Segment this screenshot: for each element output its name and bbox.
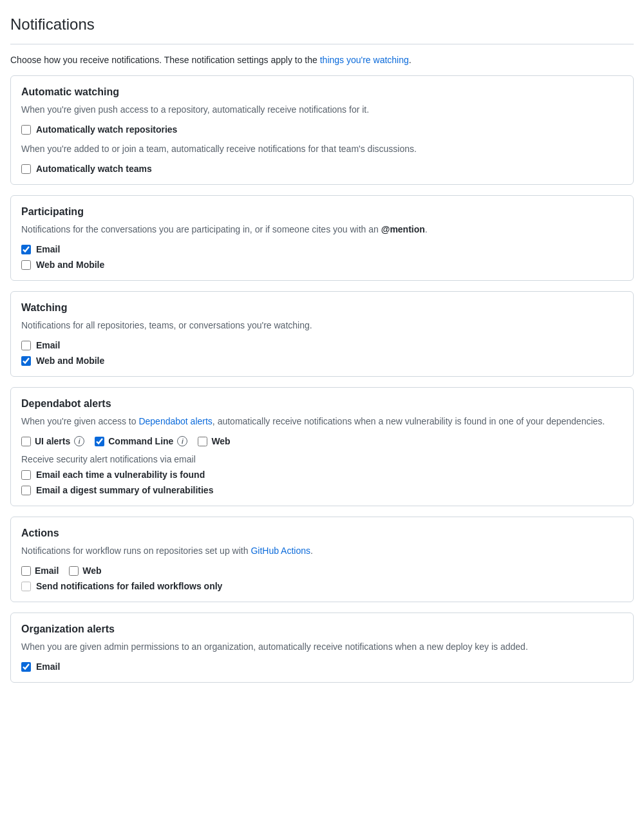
actions-section: Actions Notifications for workflow runs …: [10, 517, 634, 602]
ui-alerts-checkbox[interactable]: [21, 437, 31, 446]
watching-web-mobile-label[interactable]: Web and Mobile: [36, 356, 104, 366]
command-line-checkbox[interactable]: [95, 437, 104, 446]
participating-web-mobile-checkbox[interactable]: [21, 260, 31, 270]
watching-desc: Notifications for all repositories, team…: [21, 319, 623, 332]
email-security-desc: Receive security alert notifications via…: [21, 454, 623, 464]
watching-email-checkbox[interactable]: [21, 341, 31, 350]
participating-email-checkbox[interactable]: [21, 245, 31, 254]
email-digest-label[interactable]: Email a digest summary of vulnerabilitie…: [36, 485, 213, 495]
dependabot-web-checkbox[interactable]: [198, 437, 207, 446]
participating-web-mobile-row: Web and Mobile: [21, 260, 623, 270]
dependabot-alerts-section: Dependabot alerts When you're given acce…: [10, 387, 634, 506]
actions-options-row: Email Web: [21, 565, 623, 576]
actions-web-item: Web: [69, 565, 101, 576]
actions-email-label[interactable]: Email: [35, 565, 59, 576]
failed-workflows-label[interactable]: Send notifications for failed workflows …: [36, 581, 222, 591]
actions-desc: Notifications for workflow runs on repos…: [21, 544, 623, 558]
ui-alerts-info-icon[interactable]: i: [74, 436, 84, 446]
automatic-watching-teams-desc: When you're added to or join a team, aut…: [21, 142, 623, 156]
email-vulnerability-row: Email each time a vulnerability is found: [21, 470, 623, 480]
participating-email-label[interactable]: Email: [36, 244, 60, 254]
page-title: Notifications: [10, 15, 634, 33]
email-digest-checkbox[interactable]: [21, 486, 31, 495]
dependabot-web-label[interactable]: Web: [211, 436, 230, 446]
ui-alerts-label[interactable]: UI alerts: [35, 436, 70, 446]
web-item: Web: [198, 436, 230, 446]
dependabot-alerts-link[interactable]: Dependabot alerts: [138, 416, 212, 426]
watching-web-mobile-checkbox[interactable]: [21, 356, 31, 366]
watching-section: Watching Notifications for all repositor…: [10, 291, 634, 377]
watching-link[interactable]: things you're watching: [320, 55, 409, 65]
participating-section: Participating Notifications for the conv…: [10, 195, 634, 281]
actions-web-checkbox[interactable]: [69, 566, 79, 576]
participating-web-mobile-label[interactable]: Web and Mobile: [36, 260, 104, 270]
ui-alerts-item: UI alerts i: [21, 436, 84, 446]
page-description: Choose how you receive notifications. Th…: [10, 55, 634, 65]
actions-email-item: Email: [21, 565, 59, 576]
email-vulnerability-label[interactable]: Email each time a vulnerability is found: [36, 470, 205, 480]
dependabot-options-row: UI alerts i Command Line i Web: [21, 436, 623, 446]
auto-watch-repos-row: Automatically watch repositories: [21, 124, 623, 135]
auto-watch-repos-checkbox[interactable]: [21, 125, 31, 135]
failed-workflows-row: Send notifications for failed workflows …: [21, 581, 623, 591]
email-digest-row: Email a digest summary of vulnerabilitie…: [21, 485, 623, 495]
dependabot-alerts-title: Dependabot alerts: [21, 398, 623, 410]
automatic-watching-repos-desc: When you're given push access to a repos…: [21, 103, 623, 117]
participating-email-row: Email: [21, 244, 623, 254]
auto-watch-teams-label[interactable]: Automatically watch teams: [36, 164, 152, 174]
organization-alerts-title: Organization alerts: [21, 623, 623, 635]
org-email-row: Email: [21, 661, 623, 672]
watching-web-mobile-row: Web and Mobile: [21, 356, 623, 366]
github-actions-link[interactable]: GitHub Actions: [251, 546, 310, 556]
org-email-label[interactable]: Email: [36, 661, 60, 672]
watching-email-label[interactable]: Email: [36, 340, 60, 350]
command-line-info-icon[interactable]: i: [177, 436, 187, 446]
actions-email-checkbox[interactable]: [21, 566, 31, 576]
watching-email-row: Email: [21, 340, 623, 350]
watching-title: Watching: [21, 302, 623, 314]
dependabot-alerts-desc: When you're given access to Dependabot a…: [21, 415, 623, 428]
participating-title: Participating: [21, 206, 623, 218]
participating-desc: Notifications for the conversations you …: [21, 223, 623, 236]
command-line-item: Command Line i: [95, 436, 187, 446]
command-line-label[interactable]: Command Line: [108, 436, 173, 446]
auto-watch-teams-row: Automatically watch teams: [21, 164, 623, 174]
automatic-watching-title: Automatic watching: [21, 86, 623, 98]
auto-watch-repos-label[interactable]: Automatically watch repositories: [36, 124, 177, 135]
automatic-watching-section: Automatic watching When you're given pus…: [10, 75, 634, 185]
failed-workflows-checkbox[interactable]: [21, 582, 31, 591]
auto-watch-teams-checkbox[interactable]: [21, 164, 31, 174]
actions-title: Actions: [21, 527, 623, 539]
actions-web-label[interactable]: Web: [82, 565, 101, 576]
org-email-checkbox[interactable]: [21, 662, 31, 672]
email-vulnerability-checkbox[interactable]: [21, 470, 31, 480]
organization-alerts-desc: When you are given admin permissions to …: [21, 640, 623, 654]
organization-alerts-section: Organization alerts When you are given a…: [10, 613, 634, 683]
